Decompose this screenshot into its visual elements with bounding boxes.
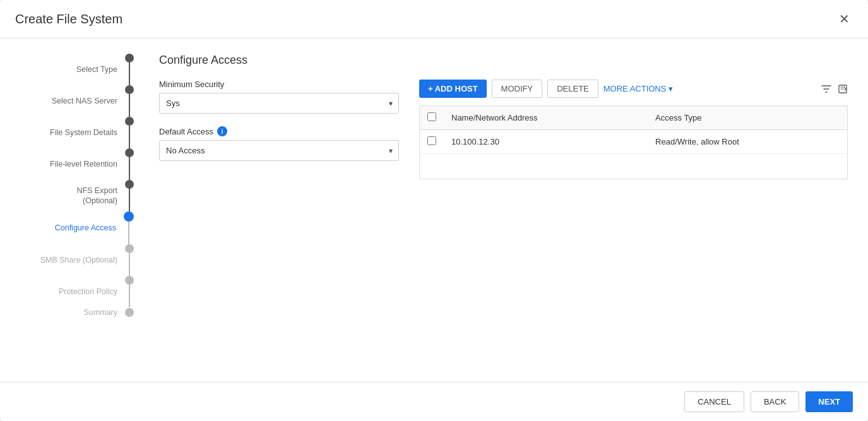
sidebar-item-select-nas-server[interactable]: Select NAS Server: [40, 85, 139, 117]
default-access-info-icon[interactable]: i: [217, 126, 227, 136]
step-dot-select-type: [125, 54, 134, 62]
dialog-header: Create File System ✕: [0, 0, 868, 39]
sidebar-item-protection-policy[interactable]: Protection Policy: [40, 276, 139, 307]
filter-icon: [821, 84, 831, 94]
step-dot-fs-details: [125, 117, 134, 126]
dialog-footer: CANCEL BACK NEXT: [0, 382, 868, 421]
row-address: 10.100.12.30: [444, 130, 648, 154]
step-label: Select Type: [76, 64, 125, 74]
table-header-checkbox: [420, 106, 444, 130]
dialog-title: Create File System: [15, 12, 122, 27]
toolbar-icons: [821, 84, 848, 94]
sidebar-item-smb-share[interactable]: SMB Share (Optional): [40, 244, 139, 276]
select-all-checkbox[interactable]: [427, 112, 436, 121]
next-button[interactable]: NEXT: [806, 391, 853, 412]
table-empty-row: [420, 154, 848, 179]
step-dot-summary: [125, 308, 134, 317]
row-checkbox[interactable]: [427, 136, 436, 145]
modify-button[interactable]: MODIFY: [492, 80, 543, 98]
step-dot-protection-policy: [125, 276, 134, 285]
export-button[interactable]: [838, 84, 848, 94]
minimum-security-select[interactable]: Sys Kerberos 5 Kerberos 5i Kerberos 5p: [159, 93, 399, 114]
step-label: File-level Retention: [50, 159, 125, 169]
default-access-label: Default Access i: [159, 126, 399, 136]
row-checkbox-cell: [420, 130, 444, 154]
table-toolbar: + ADD HOST MODIFY DELETE MORE ACTIONS ▾: [419, 80, 848, 98]
filter-button[interactable]: [821, 84, 831, 94]
step-label: SMB Share (Optional): [40, 255, 125, 265]
step-list: Select Type Select NAS Server: [40, 54, 139, 317]
add-host-button[interactable]: + ADD HOST: [419, 80, 487, 98]
step-dot-retention: [125, 148, 134, 157]
table-header-name: Name/Network Address: [444, 106, 648, 130]
close-button[interactable]: ✕: [835, 10, 853, 28]
back-button[interactable]: BACK: [751, 391, 799, 412]
delete-button[interactable]: DELETE: [547, 80, 598, 98]
main-content: Configure Access Minimum Security Sys Ke…: [139, 39, 868, 382]
step-dot-configure-access: [124, 211, 134, 222]
step-label: Protection Policy: [59, 287, 125, 297]
minimum-security-label: Minimum Security: [159, 80, 399, 89]
row-access-type: Read/Write, allow Root: [648, 130, 847, 154]
sidebar-item-configure-access[interactable]: Configure Access: [40, 211, 139, 244]
default-access-select-wrapper: No Access Read Only Read/Write Read/Writ…: [159, 140, 399, 161]
step-dot-smb-share: [125, 244, 134, 253]
step-label: File System Details: [50, 127, 125, 138]
sidebar-item-nfs-export[interactable]: NFS Export(Optional): [40, 180, 139, 211]
form-left: Minimum Security Sys Kerberos 5 Kerberos…: [159, 80, 399, 174]
table-header-access-type: Access Type: [648, 106, 847, 130]
sidebar-item-summary[interactable]: Summary: [40, 307, 139, 317]
step-dot-nas-server: [125, 85, 134, 94]
step-label: Summary: [84, 307, 125, 317]
sidebar-item-file-system-details[interactable]: File System Details: [40, 117, 139, 148]
minimum-security-group: Minimum Security Sys Kerberos 5 Kerberos…: [159, 80, 399, 114]
cancel-button[interactable]: CANCEL: [684, 391, 744, 412]
more-actions-button[interactable]: MORE ACTIONS ▾: [603, 84, 673, 93]
section-title: Configure Access: [159, 54, 848, 67]
step-label: NFS Export(Optional): [76, 186, 125, 206]
export-icon: [838, 84, 848, 94]
form-row: Minimum Security Sys Kerberos 5 Kerberos…: [159, 80, 848, 179]
default-access-group: Default Access i No Access Read Only Rea…: [159, 126, 399, 161]
step-label: Select NAS Server: [52, 96, 125, 106]
create-file-system-dialog: Create File System ✕ Select Type Select …: [0, 0, 868, 421]
minimum-security-select-wrapper: Sys Kerberos 5 Kerberos 5i Kerberos 5p ▾: [159, 93, 399, 114]
form-right: + ADD HOST MODIFY DELETE MORE ACTIONS ▾: [419, 80, 848, 179]
default-access-select[interactable]: No Access Read Only Read/Write Read/Writ…: [159, 140, 399, 161]
host-table: Name/Network Address Access Type: [419, 105, 848, 179]
table-header-row: Name/Network Address Access Type: [420, 106, 848, 130]
step-label-active: Configure Access: [55, 223, 124, 233]
sidebar-item-file-level-retention[interactable]: File-level Retention: [40, 148, 139, 180]
sidebar: Select Type Select NAS Server: [0, 39, 139, 382]
dialog-body: Select Type Select NAS Server: [0, 39, 868, 382]
step-dot-nfs-export: [125, 180, 134, 189]
sidebar-item-select-type[interactable]: Select Type: [40, 54, 139, 85]
table-row: 10.100.12.30 Read/Write, allow Root: [420, 130, 848, 154]
